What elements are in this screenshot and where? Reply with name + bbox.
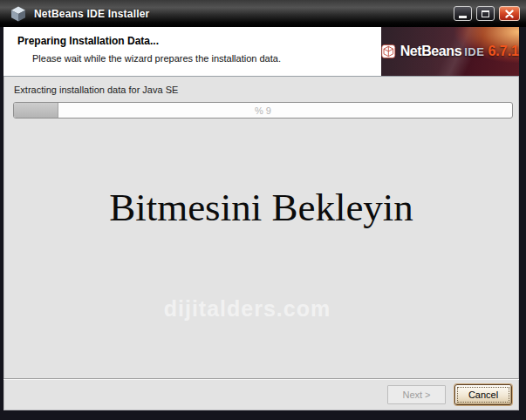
next-button[interactable]: Next > (387, 385, 446, 404)
cancel-button[interactable]: Cancel (454, 384, 512, 405)
wizard-header: Preparing Installation Data... Please wa… (3, 27, 519, 77)
maximize-button[interactable] (476, 6, 495, 21)
step-title: Preparing Installation Data... (17, 35, 281, 47)
minimize-button[interactable] (454, 6, 472, 21)
close-button[interactable] (499, 6, 520, 21)
title-bar[interactable]: NetBeans IDE Installer (0, 0, 526, 27)
progress-label: Extracting installation data for Java SE (14, 85, 178, 95)
minimize-icon (459, 16, 467, 18)
dialog-frame: Preparing Installation Data... Please wa… (3, 27, 519, 410)
wait-message: Bitmesini Bekleyin (3, 188, 519, 227)
installer-window: NetBeans IDE Installer Preparing Install… (0, 0, 526, 420)
logo-brand: NetBeans (400, 44, 462, 59)
logo-version: 6.7.1 (488, 44, 519, 59)
app-cube-icon (10, 5, 27, 23)
watermark-text: dijitalders.com (0, 296, 505, 322)
window-controls (454, 6, 520, 21)
header-text: Preparing Installation Data... Please wa… (3, 27, 281, 76)
close-icon (505, 10, 514, 18)
progress-bar: % 9 (13, 102, 513, 119)
maximize-icon (482, 10, 489, 17)
button-bar: Next > Cancel (3, 378, 519, 410)
progress-percent-text: % 9 (14, 103, 512, 118)
window-title: NetBeans IDE Installer (34, 8, 149, 20)
logo-product: IDE (464, 45, 484, 58)
netbeans-logo-banner: NetBeans IDE 6.7.1 (381, 27, 519, 76)
step-subtitle: Please wait while the wizard prepares th… (32, 53, 281, 64)
netbeans-cube-icon (381, 43, 396, 60)
